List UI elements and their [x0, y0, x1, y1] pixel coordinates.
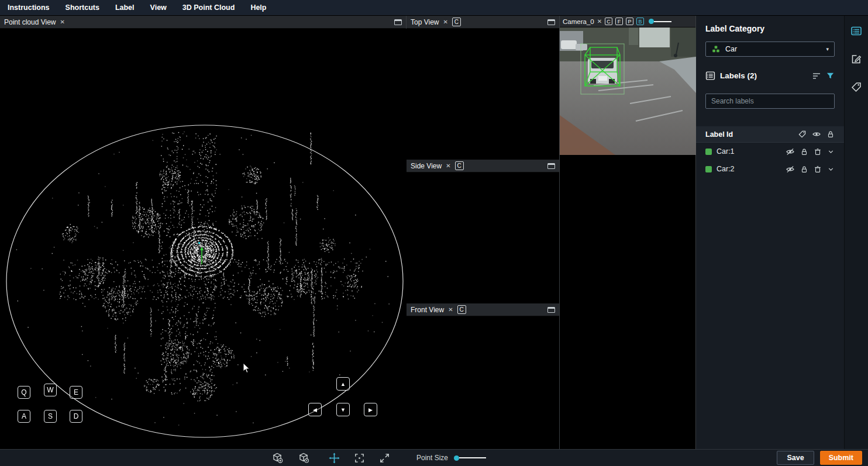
front-view-panel: Front View ✕ C [407, 303, 559, 449]
label-row-car-1[interactable]: Car:1 [705, 143, 835, 160]
pan-up-button[interactable]: ▲ [336, 377, 350, 391]
menu-item-shortcuts[interactable]: Shortcuts [66, 4, 99, 12]
close-icon[interactable]: ✕ [448, 307, 453, 313]
category-selected-value: Car [725, 45, 737, 53]
point-size-slider [454, 455, 486, 461]
menu-bar: Instructions Shortcuts Label View 3D Poi… [0, 0, 868, 16]
front-view-titlebar: Front View ✕ C [407, 303, 559, 316]
camera-titlebar: Camera_0 ✕ C F P B [560, 16, 695, 27]
chevron-down-icon: ▾ [826, 46, 829, 52]
camera-toggle-button[interactable]: C [452, 18, 461, 26]
minimize-window-icon[interactable] [547, 307, 555, 313]
save-button[interactable]: Save [777, 451, 814, 465]
camera-mode-c-button[interactable]: C [605, 18, 612, 25]
minimize-window-icon[interactable] [547, 163, 555, 169]
trees-right [671, 27, 696, 57]
add-cuboid-icon[interactable] [271, 452, 283, 464]
side-view-titlebar: Side View ✕ C [407, 160, 559, 172]
parked-car-2 [576, 44, 587, 50]
category-group-icon [711, 44, 721, 54]
lock-icon[interactable] [800, 165, 808, 174]
menu-item-help[interactable]: Help [250, 4, 266, 12]
camera-title: Camera_0 [563, 18, 594, 25]
key-a[interactable]: A [18, 410, 30, 423]
label-id-header: Label Id [696, 126, 844, 143]
key-d[interactable]: D [70, 410, 82, 423]
camera-mode-b-button[interactable]: B [636, 18, 644, 25]
menu-item-3d-point-cloud[interactable]: 3D Point Cloud [182, 4, 235, 12]
labels-header-row: Labels (2) [705, 71, 835, 81]
menu-item-label[interactable]: Label [115, 4, 135, 12]
close-icon[interactable]: ✕ [446, 163, 450, 169]
frame-fit-icon[interactable] [354, 453, 365, 464]
close-icon[interactable]: ✕ [443, 19, 447, 25]
side-view-viewport[interactable] [407, 172, 559, 303]
trash-icon[interactable] [814, 165, 822, 174]
filter-icon[interactable] [826, 71, 835, 80]
app-window: Instructions Shortcuts Label View 3D Poi… [0, 0, 868, 466]
label-category-title: Label Category [705, 24, 835, 33]
minimize-window-icon[interactable] [547, 19, 555, 25]
visibility-all-icon[interactable] [812, 130, 821, 139]
key-q[interactable]: Q [18, 386, 30, 399]
edit-panel-icon[interactable] [850, 53, 862, 65]
visibility-off-icon[interactable] [786, 165, 795, 174]
label-category-dropdown[interactable]: Car ▾ [705, 42, 835, 57]
camera-mode-f-button[interactable]: F [615, 18, 623, 25]
label-id-text: Car:1 [717, 147, 735, 156]
slider-track[interactable] [654, 21, 671, 22]
key-e[interactable]: E [70, 386, 82, 399]
label-row-car-2[interactable]: Car:2 [705, 160, 835, 178]
bottom-toolbar: Point Size Save Submit [0, 449, 868, 466]
camera-toggle-button[interactable]: C [455, 161, 464, 170]
front-view-title: Front View [411, 306, 444, 314]
key-s[interactable]: S [44, 410, 57, 423]
label-color-swatch [705, 166, 712, 172]
front-view-viewport[interactable] [407, 316, 559, 449]
chevron-down-icon[interactable] [827, 165, 835, 173]
top-view-titlebar: Top View ✕ C [407, 16, 559, 29]
menu-item-view[interactable]: View [150, 4, 167, 12]
slider-track[interactable] [459, 457, 486, 458]
menu-item-instructions[interactable]: Instructions [8, 4, 50, 12]
search-labels-input[interactable] [705, 94, 835, 109]
slider-knob[interactable] [454, 455, 459, 461]
close-icon[interactable]: ✕ [60, 19, 65, 25]
sky-patch [639, 27, 670, 47]
camera-toggle-button[interactable]: C [457, 305, 466, 314]
top-view-title: Top View [411, 18, 439, 26]
submit-button[interactable]: Submit [820, 451, 862, 465]
chevron-down-icon[interactable] [827, 148, 835, 156]
fit-cuboid-icon[interactable] [298, 452, 309, 464]
main-area: Point cloud View ✕ Q W E A S D ▲ ◀ ▼ ▶ [0, 16, 868, 449]
key-w[interactable]: W [44, 384, 57, 396]
expand-fullscreen-icon[interactable] [379, 453, 390, 464]
projection-views-column: Top View ✕ C Side View ✕ C [407, 16, 560, 449]
top-view-viewport[interactable] [407, 29, 559, 160]
pan-down-button[interactable]: ▼ [336, 403, 350, 416]
labels-sidebar: Label Category Car ▾ [696, 16, 845, 449]
trash-icon[interactable] [814, 147, 822, 156]
tag-all-icon[interactable] [798, 130, 807, 139]
label-color-swatch [705, 149, 712, 155]
minimize-window-icon[interactable] [394, 19, 402, 25]
label-id-header-text: Label Id [705, 130, 733, 139]
visibility-off-icon[interactable] [786, 147, 795, 156]
side-view-panel: Side View ✕ C [407, 160, 559, 303]
tag-panel-icon[interactable] [850, 81, 862, 93]
lock-icon[interactable] [800, 147, 808, 156]
lock-all-icon[interactable] [826, 130, 835, 139]
camera-image[interactable] [560, 27, 696, 155]
point-cloud-titlebar: Point cloud View ✕ [0, 16, 406, 29]
top-view-panel: Top View ✕ C [407, 16, 559, 160]
label-list-panel-icon[interactable] [850, 25, 862, 37]
close-icon[interactable]: ✕ [597, 19, 602, 25]
camera-mode-p-button[interactable]: P [626, 18, 633, 25]
labels-list-icon [705, 71, 715, 81]
move-tool-icon[interactable] [329, 453, 340, 464]
pan-right-button[interactable]: ▶ [364, 403, 377, 416]
slider-knob[interactable] [649, 19, 654, 24]
sort-icon[interactable] [812, 72, 821, 80]
pan-left-button[interactable]: ◀ [308, 403, 322, 416]
labels-count-title: Labels (2) [720, 71, 757, 80]
